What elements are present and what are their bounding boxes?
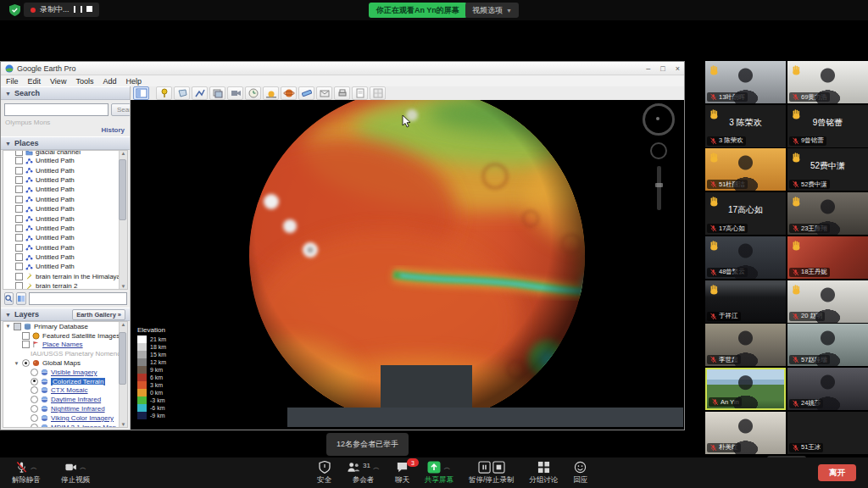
checkbox-icon[interactable] bbox=[22, 341, 30, 348]
layers-item-selected[interactable]: Colorized Terrain bbox=[3, 377, 120, 386]
checkbox-icon[interactable] bbox=[15, 244, 23, 252]
places-item[interactable]: Untitled Path bbox=[3, 195, 120, 204]
checkbox-icon[interactable] bbox=[15, 225, 23, 232]
places-item[interactable]: Untitled Path bbox=[3, 252, 120, 262]
radio-on-icon[interactable] bbox=[31, 378, 38, 385]
video-options-button[interactable]: 视频选项 ▼ bbox=[465, 3, 519, 18]
reactions-button[interactable]: 回应 bbox=[573, 458, 587, 488]
places-search-icon[interactable] bbox=[4, 292, 14, 305]
places-panel-header[interactable]: ▼ Places bbox=[1, 136, 130, 150]
places-item[interactable]: brain terrain in the Himalaya bbox=[3, 272, 120, 281]
places-scrollbar-thumb[interactable] bbox=[119, 159, 126, 220]
stop-recording-icon[interactable] bbox=[86, 6, 92, 14]
ge-titlebar[interactable]: Google Earth Pro –□× bbox=[1, 62, 684, 75]
menu-edit[interactable]: Edit bbox=[28, 77, 42, 86]
historical-imagery-icon[interactable] bbox=[245, 86, 261, 100]
breakout-button[interactable]: 分组讨论 bbox=[529, 458, 558, 488]
add-image-overlay-icon[interactable] bbox=[209, 86, 225, 100]
participant-tile[interactable]: 69黄力浩 bbox=[787, 61, 868, 103]
unmute-button[interactable]: ︿解除静音 bbox=[12, 458, 41, 488]
participant-tile[interactable]: 52费中潇52费中潇 bbox=[787, 148, 868, 191]
participant-tile[interactable]: 18王丹妮 bbox=[787, 236, 868, 279]
places-item[interactable]: Untitled Path bbox=[3, 243, 120, 252]
checkbox-icon[interactable] bbox=[15, 263, 23, 270]
layers-item[interactable]: ▼Global Maps bbox=[3, 358, 120, 368]
layers-item[interactable]: Viking Color Imagery bbox=[3, 413, 120, 423]
expander-open-icon[interactable]: ▼ bbox=[14, 361, 19, 366]
checkbox-icon[interactable] bbox=[15, 205, 23, 213]
checkbox-icon[interactable] bbox=[15, 186, 23, 193]
mars-3d-view[interactable]: Elevation 21 km18 km15 km12 km9 km6 km3 … bbox=[131, 100, 684, 430]
checkbox-icon[interactable] bbox=[15, 157, 23, 164]
layers-item[interactable]: MDIM 2.1 Image Map bbox=[3, 423, 120, 428]
navigation-controls[interactable] bbox=[642, 103, 676, 210]
layers-item[interactable]: ▼Primary Database bbox=[3, 322, 120, 331]
menu-file[interactable]: File bbox=[6, 77, 19, 86]
layers-item[interactable]: CTX Mosaic bbox=[3, 386, 120, 396]
checkbox-icon[interactable] bbox=[15, 176, 23, 184]
zoom-slider[interactable] bbox=[657, 166, 661, 210]
checkbox-icon[interactable] bbox=[15, 167, 23, 175]
places-book-icon[interactable] bbox=[16, 292, 26, 305]
menu-tools[interactable]: Tools bbox=[75, 77, 93, 86]
participant-tile[interactable]: 57赵桂瑞 bbox=[787, 324, 868, 366]
participant-tile[interactable]: 朴美红 bbox=[705, 412, 786, 454]
recording-indicator[interactable]: 录制中... bbox=[24, 3, 99, 17]
earth-gallery-button[interactable]: Earth Gallery » bbox=[72, 309, 125, 320]
checkbox-icon[interactable] bbox=[15, 196, 23, 203]
layers-item[interactable]: Visible Imagery bbox=[3, 368, 120, 377]
minimize-icon[interactable]: – bbox=[646, 64, 650, 73]
search-panel-header[interactable]: ▼ Search bbox=[1, 86, 130, 100]
chevron-up-icon[interactable]: ︿ bbox=[31, 463, 37, 472]
stop-video-button[interactable]: ︿停止视频 bbox=[61, 458, 90, 488]
participant-tile-active-speaker[interactable]: An Yin bbox=[705, 368, 786, 410]
layers-item[interactable]: Featured Satellite Images bbox=[3, 331, 120, 341]
view-in-maps-icon[interactable] bbox=[370, 86, 386, 100]
checkbox-icon[interactable] bbox=[15, 215, 23, 223]
layers-item[interactable]: IAU/USGS Planetary Nomenclature bbox=[3, 349, 120, 358]
radio-icon[interactable] bbox=[31, 369, 38, 376]
add-placemark-icon[interactable] bbox=[156, 86, 172, 100]
chevron-up-icon[interactable]: ︿ bbox=[80, 463, 86, 472]
participant-tile[interactable]: 20 赵明 bbox=[787, 280, 868, 323]
share-screen-button[interactable]: ︿共享屏幕 bbox=[425, 458, 453, 488]
places-item[interactable]: Untitled Path bbox=[3, 165, 120, 175]
places-item[interactable]: Untitled Path bbox=[3, 204, 120, 214]
participant-tile[interactable]: 51杜丽洁 bbox=[705, 148, 786, 191]
checkbox-icon[interactable] bbox=[15, 273, 23, 280]
participant-tile[interactable]: 23王雁翔 bbox=[787, 192, 868, 235]
places-item[interactable]: Untitled Path bbox=[3, 156, 120, 165]
checkbox-partial-icon[interactable] bbox=[14, 323, 21, 330]
planet-switcher-icon[interactable] bbox=[281, 86, 297, 100]
layers-item[interactable]: Nighttime Infrared bbox=[3, 404, 120, 413]
search-history-link[interactable]: History bbox=[1, 126, 130, 136]
expander-open-icon[interactable]: ▼ bbox=[5, 324, 11, 329]
maximize-icon[interactable]: □ bbox=[660, 64, 665, 73]
layers-item[interactable]: Place Names bbox=[3, 341, 120, 350]
radio-icon[interactable] bbox=[31, 396, 38, 403]
places-item[interactable]: Untitled Path bbox=[3, 224, 120, 233]
print-icon[interactable] bbox=[334, 86, 350, 100]
radio-icon[interactable] bbox=[31, 386, 38, 394]
places-item[interactable]: Untitled Path bbox=[3, 185, 120, 194]
chevron-up-icon[interactable]: ︿ bbox=[443, 463, 450, 472]
search-button[interactable]: Search bbox=[111, 103, 131, 116]
checkbox-icon[interactable] bbox=[22, 332, 30, 340]
save-image-icon[interactable] bbox=[352, 86, 368, 100]
participant-tile[interactable]: 24姚莎 bbox=[787, 368, 868, 410]
participant-tile[interactable]: 李世超 bbox=[705, 324, 786, 366]
places-item[interactable]: Untitled Path bbox=[3, 214, 120, 223]
participant-tile[interactable]: 48曾繁云 bbox=[705, 236, 786, 279]
participant-tile[interactable]: 13叶朝晖 bbox=[705, 61, 786, 103]
compass-ring[interactable] bbox=[643, 103, 675, 136]
chat-button[interactable]: 3聊天 bbox=[395, 458, 409, 488]
participant-tile[interactable]: 17高心如17高心如 bbox=[705, 192, 786, 235]
record-tour-icon[interactable] bbox=[227, 86, 243, 100]
security-button[interactable]: 安全 bbox=[317, 458, 331, 488]
checkbox-icon[interactable] bbox=[15, 253, 23, 261]
menu-view[interactable]: View bbox=[50, 77, 66, 86]
add-path-icon[interactable] bbox=[192, 86, 208, 100]
places-item[interactable]: Untitled Path bbox=[3, 175, 120, 185]
checkbox-icon[interactable] bbox=[15, 234, 23, 241]
close-icon[interactable]: × bbox=[676, 64, 680, 73]
